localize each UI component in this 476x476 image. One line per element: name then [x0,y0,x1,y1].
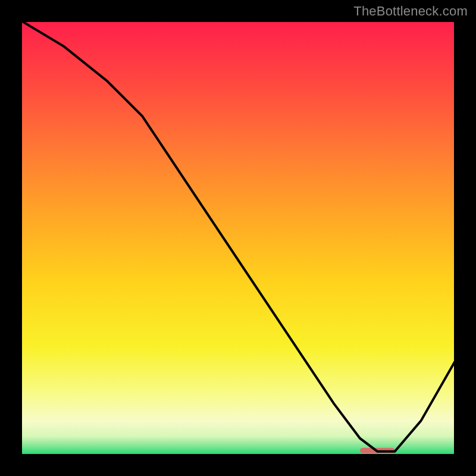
chart-stage: TheBottleneck.com [0,0,476,476]
chart-svg [0,0,476,476]
plot-background [20,20,456,456]
